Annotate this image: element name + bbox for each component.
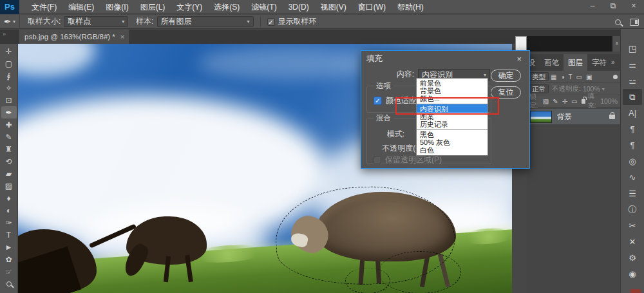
- close-dialog-icon[interactable]: ×: [514, 54, 524, 64]
- workspace-switcher-icon[interactable]: [630, 19, 639, 26]
- filter-type-select[interactable]: 类型: [529, 72, 549, 81]
- tool-button[interactable]: ♦: [1, 192, 17, 204]
- tool-button[interactable]: ►: [1, 241, 17, 253]
- active-tool-badge[interactable]: ✒ ▾: [0, 15, 20, 29]
- panel-dock-icon[interactable]: ◎: [623, 153, 642, 169]
- close-tab-icon[interactable]: ×: [120, 33, 124, 41]
- panel-dock-icon[interactable]: ✕: [623, 234, 642, 250]
- preserve-transparency-checkbox[interactable]: [374, 156, 381, 164]
- panel-dock-icon[interactable]: ⚌: [623, 57, 642, 73]
- content-label: 内容:: [361, 69, 414, 80]
- dropdown-option[interactable]: 50% 灰色: [417, 138, 488, 146]
- tool-button[interactable]: ⊡: [1, 94, 17, 106]
- panel-dock-icon[interactable]: ✂: [623, 218, 642, 234]
- chevron-down-icon: ▾: [122, 19, 124, 24]
- tool-button[interactable]: ▰: [1, 167, 17, 180]
- menu-item[interactable]: 编辑(E): [62, 0, 100, 14]
- tool-button[interactable]: ✧: [1, 82, 17, 94]
- eyedropper-icon: ✒: [4, 17, 11, 26]
- tool-icon: ⟲: [5, 157, 12, 166]
- ok-button[interactable]: 确定: [491, 70, 521, 82]
- panel-tab[interactable]: 画笔: [540, 54, 564, 71]
- tool-button[interactable]: ◐: [1, 204, 17, 216]
- dock-icon-glyph: ⧉: [629, 92, 635, 102]
- panel-dock-icon[interactable]: ⓘ: [623, 202, 642, 218]
- tool-button[interactable]: ✛: [1, 45, 17, 57]
- sample-select[interactable]: 所有图层 ▾: [157, 16, 254, 27]
- panel-dock-icon[interactable]: ⧉: [623, 89, 642, 105]
- lock-option-icon[interactable]: ✎: [553, 98, 558, 105]
- sample-size-select[interactable]: 取样点 ▾: [64, 16, 128, 27]
- menu-item[interactable]: 文件(F): [26, 0, 62, 14]
- color-adaptation-checkbox[interactable]: ✓: [374, 97, 382, 105]
- lock-all-icon[interactable]: [582, 99, 586, 104]
- panel-dock-icon[interactable]: ∿: [623, 169, 642, 185]
- tool-button[interactable]: ▢: [1, 57, 17, 70]
- tool-button[interactable]: ✚: [1, 118, 17, 131]
- layer-thumbnail[interactable]: [530, 111, 552, 123]
- menu-item[interactable]: 帮助(H): [392, 0, 430, 14]
- panel-tab[interactable]: 图层: [564, 54, 587, 71]
- document-tab-title: psb.jpg @ 163%(RGB/8#) *: [24, 33, 115, 41]
- panel-menu-icons[interactable]: » ≡: [611, 54, 621, 71]
- dropdown-option[interactable]: 历史记录: [417, 120, 488, 128]
- tab-overflow-icon[interactable]: »: [3, 31, 5, 37]
- panel-dock-icon[interactable]: ◉: [623, 266, 642, 282]
- menu-item[interactable]: 图像(I): [100, 0, 134, 14]
- filter-toggle-icon[interactable]: [613, 75, 618, 79]
- tool-button[interactable]: ☞: [1, 265, 17, 278]
- filter-icon[interactable]: T: [569, 73, 573, 80]
- search-icon[interactable]: [615, 19, 621, 25]
- tool-button[interactable]: T: [1, 229, 17, 241]
- panel-dock-icon[interactable]: ☰: [623, 185, 642, 202]
- filter-icon[interactable]: ▣: [586, 73, 592, 80]
- lock-option-icon[interactable]: ✛: [562, 98, 567, 105]
- filter-icon[interactable]: ▦: [551, 73, 556, 80]
- panel-dock-icon[interactable]: A|: [623, 105, 642, 121]
- preserve-transparency-label: 保留透明区域(P): [385, 155, 442, 165]
- panel-dock-icon[interactable]: ¶: [623, 137, 642, 153]
- lock-option-icon[interactable]: ▭: [571, 98, 577, 105]
- dropdown-option[interactable]: 背景色: [417, 87, 488, 95]
- fill-dialog-titlebar[interactable]: 填充 ×: [361, 51, 529, 66]
- panel-tab[interactable]: 字符: [587, 54, 611, 71]
- menu-item[interactable]: 视图(V): [315, 0, 352, 14]
- fill-dialog-title: 填充: [366, 53, 383, 64]
- panel-dock-icon[interactable]: ⚍: [623, 73, 642, 89]
- panel-dock-icon[interactable]: ¶: [623, 121, 642, 137]
- tool-button[interactable]: ✑: [1, 216, 17, 229]
- tool-button[interactable]: ♜: [1, 143, 17, 155]
- tool-button[interactable]: ⟲: [1, 155, 17, 167]
- tool-button[interactable]: ▨: [1, 180, 17, 192]
- dropdown-option[interactable]: 黑色: [417, 129, 488, 138]
- layer-row-background[interactable]: 背景: [527, 109, 620, 124]
- menu-item[interactable]: 选择(S): [208, 0, 245, 14]
- tool-button[interactable]: [1, 278, 17, 290]
- tool-button[interactable]: ∮: [1, 70, 17, 82]
- filter-icon[interactable]: ▭: [576, 73, 582, 80]
- tool-button[interactable]: ✿: [1, 253, 17, 265]
- sample-size-value: 取样点: [68, 16, 91, 27]
- dropdown-option[interactable]: 白色: [417, 146, 488, 154]
- show-sampling-ring-checkbox[interactable]: ✓: [267, 18, 275, 26]
- filter-icon[interactable]: ◑: [560, 73, 564, 80]
- window-controls: – ⧉ ×: [582, 0, 644, 13]
- lock-option-icon[interactable]: ▨: [543, 98, 549, 105]
- tool-icon: ♜: [5, 145, 12, 154]
- menu-item[interactable]: 3D(D): [283, 0, 315, 14]
- document-tab[interactable]: psb.jpg @ 163%(RGB/8#) * ×: [19, 30, 130, 44]
- tool-button[interactable]: ✒: [1, 106, 17, 118]
- menu-item[interactable]: 窗口(W): [352, 0, 392, 14]
- close-window-button[interactable]: ×: [623, 0, 644, 13]
- fill-value[interactable]: 100%: [600, 97, 618, 105]
- minimize-button[interactable]: –: [582, 0, 603, 13]
- tool-button[interactable]: ✎: [1, 131, 17, 143]
- menu-item[interactable]: 图层(L): [135, 0, 171, 14]
- color-swatch[interactable]: [515, 36, 527, 52]
- restore-button[interactable]: ⧉: [603, 0, 623, 13]
- menu-item[interactable]: 滤镜(T): [245, 0, 282, 14]
- menu-item[interactable]: 文字(Y): [171, 0, 208, 14]
- panel-dock-icon[interactable]: ◳: [623, 41, 642, 57]
- dropdown-option[interactable]: 前景色: [417, 79, 488, 87]
- panel-dock-icon[interactable]: ⚙: [623, 250, 642, 266]
